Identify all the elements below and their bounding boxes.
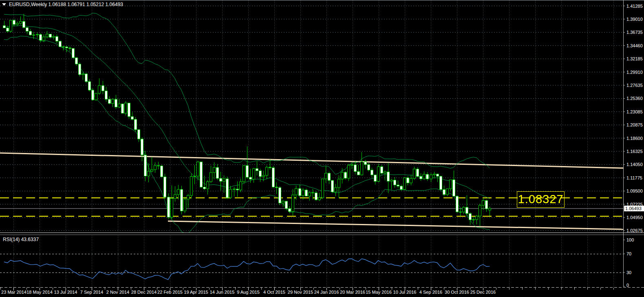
candle-body [220,178,222,181]
candle-body [177,189,180,195]
candle-body [433,174,436,175]
candle-body [59,41,62,47]
candle-body [33,35,35,35]
candle-body [246,166,249,177]
time-axis-label: 4 Oct 2015 [263,290,285,295]
price-axis-label: 1.27635 [626,83,643,88]
candle-body [282,201,285,203]
candle-body [236,189,239,190]
rsi-axis-label: 100 [626,237,634,242]
candle-body [171,198,173,217]
candle-body [459,212,462,212]
time-axis-label: 24 Jan 2016 [314,290,339,295]
time-axis-label: 19 Apr 2015 [184,290,208,295]
candle-body [118,104,121,107]
candle-body [216,168,219,179]
candle-body [13,20,15,24]
candle-body [322,179,324,197]
price-axis-label: 1.20875 [626,122,643,127]
price-axis-label: 1.29910 [626,70,643,75]
candle-body [49,34,52,37]
candle-body [328,173,331,181]
candle-body [295,188,298,195]
candle-body [463,207,465,212]
time-axis-label: 28 Dec 2014 [131,290,157,295]
candle-body [426,174,429,179]
candle-body [305,190,308,196]
candle-body [318,198,321,200]
time-axis-label: 14 Jun 2015 [210,290,235,295]
price-axis-label: 1.23085 [626,109,643,114]
candle-body [272,168,275,187]
trading-chart-window: 1.412851.390101.367351.344601.321851.299… [0,0,644,297]
candle-body [482,200,485,205]
time-axis-label: 18 May 2014 [26,290,53,295]
symbol-dropdown-icon[interactable] [2,3,6,6]
candle-body [108,99,111,103]
price-axis-label: 1.34460 [626,43,643,48]
candle-body [309,193,311,196]
time-axis-label: 4 Sep 2016 [419,290,442,295]
price-axis-label: 1.09500 [626,188,643,193]
candle-body [197,162,199,176]
candle-body [387,172,390,181]
candle-body [40,34,42,40]
candle-body [443,190,446,195]
candle-body [361,162,363,175]
candle-body [256,168,258,171]
candle-body [344,172,347,178]
price-axis-label: 1.02675 [626,228,643,233]
candle-body [141,139,143,155]
candle-body [292,195,294,212]
candle-body [446,189,449,195]
candle-body [469,213,472,220]
price-axis-label: 1.16325 [626,149,643,154]
candle-body [46,34,49,37]
candle-body [377,167,380,182]
candle-body [79,64,81,75]
candle-body [269,167,271,168]
candle-body [368,164,370,170]
candle-body [187,195,190,199]
candle-body [381,167,383,173]
price-axis-label: 1.36735 [626,30,643,35]
candle-body [121,104,124,113]
candle-body [203,187,206,189]
candle-body [489,208,491,210]
candle-body [279,188,281,203]
chart-canvas[interactable]: 1.412851.390101.367351.344601.321851.299… [0,0,644,297]
time-axis-label: 30 Oct 2016 [445,290,469,295]
time-axis-label: 29 Nov 2015 [288,290,313,295]
time-axis-label: 23 Mar 2014 [1,290,26,295]
candle-body [335,188,337,192]
candle-body [331,180,334,192]
candle-body [190,176,193,195]
candle-body [88,82,91,90]
candle-body [56,36,58,41]
candle-body [430,175,432,179]
candle-body [213,168,216,173]
candle-body [394,180,396,185]
chart-background [0,0,644,297]
candle-body [168,197,170,217]
candle-body [407,178,409,183]
candle-body [417,169,419,176]
candle-body [184,199,186,211]
candle-body [338,179,340,188]
candle-body [341,172,344,179]
candle-body [7,28,9,31]
rsi-axis-label: 30 [626,270,631,275]
candle-body [82,74,84,75]
candle-body [207,182,209,189]
price-axis-label: 1.11775 [626,175,642,180]
time-axis-label: 22 Feb 2015 [157,290,183,295]
candle-body [128,103,130,116]
candle-body [151,170,153,171]
candle-body [200,162,203,187]
hline-price-tag[interactable]: 1.08327 [517,191,565,208]
candle-body [325,173,327,179]
candle-body [148,171,150,176]
candle-body [181,189,183,211]
candle-body [138,130,140,139]
rsi-axis-label: 0 [626,283,629,288]
